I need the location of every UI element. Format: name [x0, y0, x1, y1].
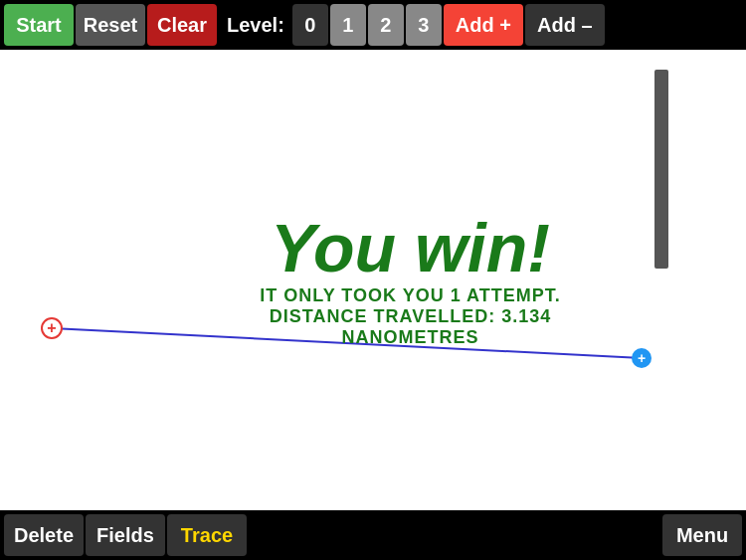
delete-button[interactable]: Delete	[4, 514, 84, 556]
win-sub1: IT ONLY TOOK YOU 1 ATTEMPT.	[224, 284, 597, 305]
canvas-svg: + +	[0, 50, 746, 510]
right-point-icon: +	[638, 350, 646, 366]
add-minus-button[interactable]: Add –	[525, 4, 605, 46]
right-point[interactable]	[632, 348, 652, 368]
fields-button[interactable]: Fields	[86, 514, 165, 556]
clear-button[interactable]: Clear	[147, 4, 217, 46]
left-point[interactable]	[42, 318, 62, 338]
bottom-toolbar: Delete Fields Trace Menu	[0, 510, 746, 560]
start-button[interactable]: Start	[4, 4, 74, 46]
main-canvas: + + You win! IT ONLY TOOK YOU 1 ATTEMPT.…	[0, 50, 746, 510]
level-0-button[interactable]: 0	[292, 4, 328, 46]
left-point-icon: +	[47, 319, 56, 336]
add-plus-button[interactable]: Add +	[444, 4, 523, 46]
trace-button[interactable]: Trace	[167, 514, 247, 556]
right-bar	[654, 70, 668, 269]
win-title: You win!	[224, 213, 597, 280]
level-3-button[interactable]: 3	[406, 4, 442, 46]
trajectory-line	[52, 328, 642, 358]
reset-button[interactable]: Reset	[76, 4, 145, 46]
level-label: Level:	[227, 14, 284, 37]
win-message: You win! IT ONLY TOOK YOU 1 ATTEMPT. DIS…	[224, 213, 597, 347]
level-1-button[interactable]: 1	[330, 4, 366, 46]
menu-button[interactable]: Menu	[662, 514, 742, 556]
win-sub2: DISTANCE TRAVELLED: 3.134 NANOMETRES	[224, 305, 597, 347]
top-toolbar: Start Reset Clear Level: 0 1 2 3 Add + A…	[0, 0, 746, 50]
level-2-button[interactable]: 2	[368, 4, 404, 46]
